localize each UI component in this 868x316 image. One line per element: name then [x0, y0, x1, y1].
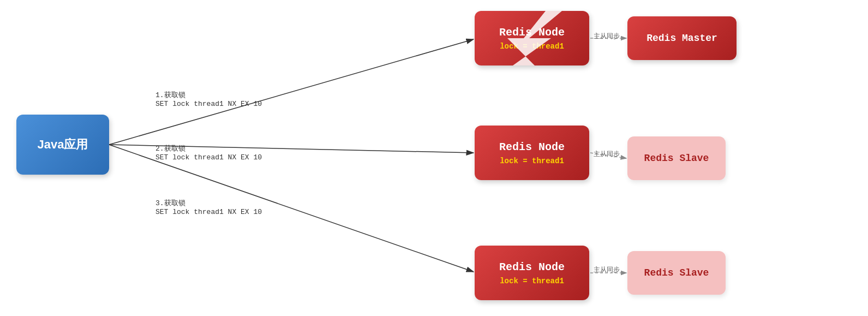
arrow-label-2: 2.获取锁 SET lock thread1 NX EX 10 — [155, 135, 262, 162]
java-app-label: Java应用 — [38, 136, 88, 153]
redis-node-1-title: Redis Node — [499, 26, 565, 39]
redis-slave-1-label: Redis Slave — [644, 153, 709, 164]
redis-node-2-title: Redis Node — [499, 141, 565, 153]
arrows-layer — [0, 0, 868, 316]
sync-label-1: 主从同步 — [594, 32, 620, 41]
diagram: Java应用 Redis Node lock = thread1 Redis N… — [0, 0, 868, 316]
redis-node-3: Redis Node lock = thread1 — [475, 246, 589, 300]
java-app-box: Java应用 — [16, 115, 109, 175]
redis-slave-2-box: Redis Slave — [627, 251, 726, 295]
redis-node-3-title: Redis Node — [499, 261, 565, 273]
redis-master-box: Redis Master — [627, 16, 737, 60]
redis-node-1: Redis Node lock = thread1 — [475, 11, 589, 65]
redis-node-2: Redis Node lock = thread1 — [475, 126, 589, 180]
redis-node-1-data: lock = thread1 — [500, 42, 564, 51]
redis-slave-1-box: Redis Slave — [627, 136, 726, 180]
sync-label-3: 主从同步 — [594, 265, 620, 275]
arrow-label-1: 1.获取锁 SET lock thread1 NX EX 10 — [155, 82, 262, 108]
redis-node-3-data: lock = thread1 — [500, 277, 564, 285]
redis-node-2-data: lock = thread1 — [500, 157, 564, 165]
sync-label-2: 主从同步 — [594, 150, 620, 159]
arrow-label-3: 3.获取锁 SET lock thread1 NX EX 10 — [155, 190, 262, 216]
redis-slave-2-label: Redis Slave — [644, 267, 709, 278]
redis-master-label: Redis Master — [646, 33, 717, 44]
